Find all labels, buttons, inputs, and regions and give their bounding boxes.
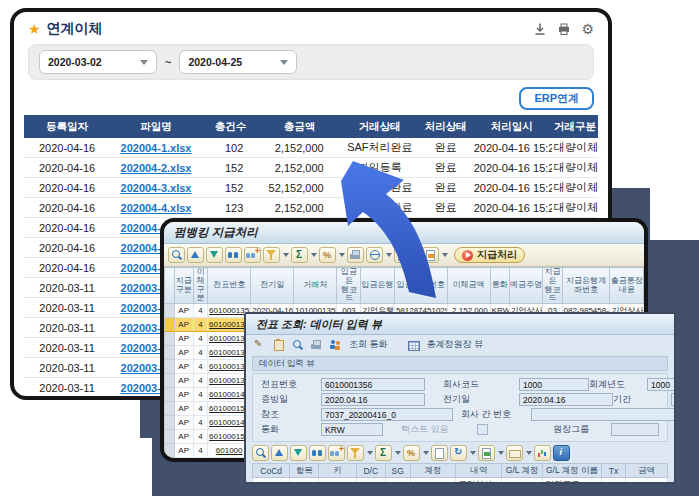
period-field[interactable]: 7 bbox=[671, 393, 676, 406]
local-file-icon[interactable] bbox=[431, 445, 448, 461]
column-header: Tx bbox=[601, 464, 626, 478]
ledger-group-field[interactable] bbox=[611, 423, 659, 436]
field-label: 전표번호 bbox=[261, 378, 321, 391]
row-selector[interactable] bbox=[165, 304, 175, 318]
doc-date-field[interactable]: 2020.04.16 bbox=[321, 393, 425, 406]
cell: 4 bbox=[193, 402, 207, 416]
cross-company-no-field[interactable] bbox=[531, 408, 676, 421]
sum-icon[interactable] bbox=[291, 247, 308, 263]
cell: 152 bbox=[202, 178, 259, 198]
row-selector[interactable] bbox=[165, 402, 175, 416]
cell: 2020-04-16 bbox=[24, 198, 110, 218]
cell: 가지급금 bbox=[543, 478, 601, 485]
sort-descending-icon[interactable] bbox=[290, 445, 307, 461]
dropdown-icon[interactable] bbox=[469, 446, 476, 460]
date-to-select[interactable]: 2020-04-25 bbox=[179, 50, 297, 74]
table-row: 1000131HSW03050국민상사21030500가지급금2,152,000 bbox=[253, 478, 668, 485]
display-currency-icon[interactable] bbox=[328, 338, 343, 352]
download-icon[interactable] bbox=[533, 22, 547, 36]
cell: 4 bbox=[193, 346, 207, 360]
cell: AP bbox=[174, 318, 193, 332]
company-code-field[interactable]: 1000 bbox=[519, 378, 589, 391]
cell: AP bbox=[174, 388, 193, 402]
detail-icon[interactable] bbox=[168, 247, 185, 263]
filter-icon[interactable] bbox=[263, 247, 280, 263]
erp-link-button[interactable]: ERP연계 bbox=[519, 87, 594, 110]
cell: AP bbox=[174, 374, 193, 388]
row-selector[interactable] bbox=[165, 388, 175, 402]
cell-link[interactable]: 202004-4.xlsx bbox=[110, 198, 202, 218]
general-ledger-view-button[interactable]: 총계정원장 뷰 bbox=[427, 338, 484, 351]
cell bbox=[385, 478, 410, 485]
currency-field[interactable]: KRW bbox=[321, 423, 383, 436]
cell: 2,152,000 bbox=[626, 478, 668, 485]
info-icon[interactable] bbox=[553, 445, 570, 461]
cell-link[interactable]: 202004-3.xlsx bbox=[110, 178, 202, 198]
column-header: 총금액 bbox=[259, 115, 339, 138]
row-selector[interactable] bbox=[165, 444, 175, 458]
export-icon[interactable] bbox=[478, 445, 495, 461]
subtotal-icon[interactable] bbox=[403, 445, 420, 461]
cell: 21030500 bbox=[501, 478, 543, 485]
find-icon[interactable] bbox=[309, 445, 326, 461]
copy-icon[interactable] bbox=[271, 338, 286, 352]
cell-link[interactable]: 202004-1.xlsx bbox=[110, 138, 202, 158]
cell: 102 bbox=[202, 138, 259, 158]
table-row: 2020-04-16202004-1.xlsx1022,152,000SAF처리… bbox=[24, 138, 598, 158]
dropdown-icon[interactable] bbox=[282, 248, 289, 262]
field-label: 회사코드 bbox=[443, 378, 519, 391]
detail-icon[interactable] bbox=[252, 445, 269, 461]
cell: AP bbox=[174, 416, 193, 430]
row-selector[interactable] bbox=[165, 416, 175, 430]
fiscal-year-field[interactable]: 1000 bbox=[647, 378, 676, 391]
refresh-icon[interactable] bbox=[450, 445, 467, 461]
sort-descending-icon[interactable] bbox=[206, 247, 223, 263]
row-selector[interactable] bbox=[165, 332, 175, 346]
dropdown-icon[interactable] bbox=[366, 446, 373, 460]
dropdown-icon[interactable] bbox=[525, 446, 532, 460]
line-item-grid: CoCd항목키D/CSG계정내역G/L 계정G/L 계정 이름Tx금액10001… bbox=[252, 463, 668, 484]
cell: 4 bbox=[193, 430, 207, 444]
posting-date-field[interactable]: 2020.04.16 bbox=[519, 393, 613, 406]
reference-field[interactable]: 7037_20200416_0 bbox=[321, 408, 453, 421]
sum-icon[interactable] bbox=[375, 445, 392, 461]
field-label: 회계년도 bbox=[589, 378, 647, 391]
graphic-icon[interactable] bbox=[534, 445, 551, 461]
display-currency-button[interactable]: 조회 통화 bbox=[349, 338, 388, 351]
date-from-select[interactable]: 2020-03-02 bbox=[39, 50, 157, 74]
row-selector[interactable] bbox=[165, 360, 175, 374]
text-exists-checkbox[interactable] bbox=[477, 424, 488, 435]
row-selector[interactable] bbox=[165, 346, 175, 360]
dropdown-icon[interactable] bbox=[422, 446, 429, 460]
find-icon[interactable] bbox=[290, 338, 305, 352]
find-next-icon[interactable] bbox=[244, 247, 261, 263]
print-icon[interactable] bbox=[557, 22, 571, 36]
send-icon[interactable] bbox=[506, 445, 523, 461]
pay-process-button[interactable]: 지급처리 bbox=[454, 247, 525, 263]
row-selector[interactable] bbox=[165, 430, 175, 444]
dropdown-icon[interactable] bbox=[394, 446, 401, 460]
cell: 4 bbox=[193, 318, 207, 332]
sort-ascending-icon[interactable] bbox=[187, 247, 204, 263]
settings-icon[interactable]: ⚙ bbox=[581, 22, 594, 36]
cell: 2020-03-11 bbox=[24, 358, 110, 378]
cell: 2,152,000 bbox=[259, 158, 339, 178]
row-selector[interactable] bbox=[165, 374, 175, 388]
dropdown-icon[interactable] bbox=[310, 248, 317, 262]
find-icon[interactable] bbox=[225, 247, 242, 263]
filter-icon[interactable] bbox=[347, 445, 364, 461]
cell bbox=[193, 458, 207, 462]
favorite-star-icon[interactable]: ★ bbox=[28, 21, 41, 37]
general-ledger-view-icon[interactable] bbox=[406, 338, 421, 352]
row-selector[interactable] bbox=[165, 318, 175, 332]
dropdown-icon[interactable] bbox=[497, 446, 504, 460]
sort-ascending-icon[interactable] bbox=[271, 445, 288, 461]
find-next-icon[interactable] bbox=[328, 445, 345, 461]
cell: 국민상사 bbox=[456, 478, 502, 485]
cell: 4 bbox=[193, 444, 207, 458]
cell: 152 bbox=[202, 158, 259, 178]
doc-no-field[interactable]: 6010001356 bbox=[321, 378, 425, 391]
print-icon[interactable] bbox=[309, 338, 324, 352]
edit-icon[interactable] bbox=[252, 338, 267, 352]
cell-link[interactable]: 202004-2.xlsx bbox=[110, 158, 202, 178]
